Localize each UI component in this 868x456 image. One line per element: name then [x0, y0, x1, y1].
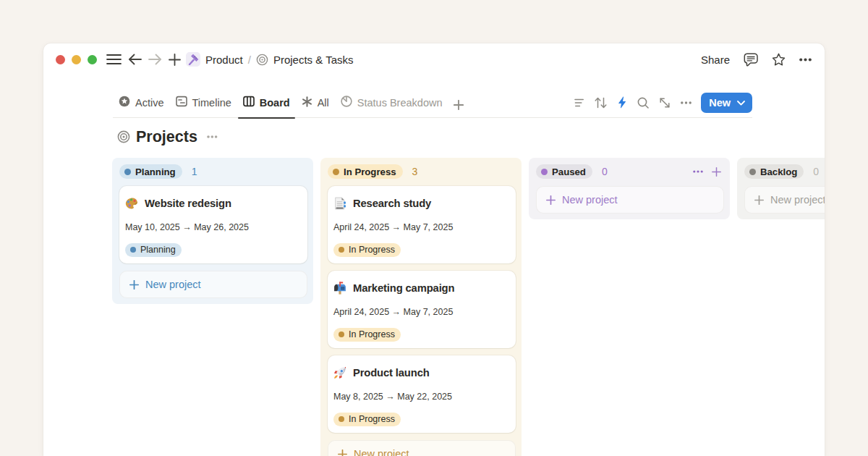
tab-label: Timeline: [192, 97, 231, 109]
sort-icon[interactable]: [595, 96, 607, 109]
new-project-button[interactable]: New project: [328, 440, 516, 456]
mailbox-emoji: [333, 282, 346, 295]
board-column-backlog: Backlog 0 New project: [737, 158, 825, 219]
card-status-label: In Progress: [349, 245, 395, 255]
column-more-icon[interactable]: [693, 170, 703, 173]
product-team-logo[interactable]: [186, 52, 200, 67]
page-header: Projects: [117, 126, 825, 148]
breadcrumb-page[interactable]: Projects & Tasks: [273, 54, 354, 66]
plus-icon: [338, 449, 347, 456]
tab-label: Board: [260, 97, 290, 109]
card-title: Research study: [353, 198, 431, 209]
status-dot: [339, 332, 344, 337]
card-status-row: In Progress: [333, 327, 509, 342]
column-status-pill[interactable]: Paused: [536, 164, 592, 179]
new-project-label: New project: [145, 279, 201, 290]
project-card[interactable]: Research study April 24, 2025 → May 7, 2…: [328, 186, 516, 263]
search-icon[interactable]: [637, 96, 650, 109]
asterisk-icon: [302, 96, 312, 109]
chevron-down-icon[interactable]: [734, 100, 752, 106]
card-title: Marketing campaign: [353, 282, 454, 294]
tab-board[interactable]: Board: [237, 92, 296, 118]
card-status-label: Planning: [140, 245, 176, 255]
tab-active[interactable]: Active: [113, 92, 170, 118]
minimize-window-button[interactable]: [72, 55, 81, 64]
new-project-label: New project: [354, 448, 409, 456]
new-button[interactable]: New: [701, 93, 752, 113]
column-add-icon[interactable]: [712, 167, 721, 177]
card-title: Product launch: [353, 367, 430, 379]
window-controls: [56, 55, 97, 64]
back-icon[interactable]: [128, 54, 142, 65]
projects-target-icon: [117, 130, 130, 143]
column-header: Backlog 0: [744, 164, 825, 179]
column-header: Planning 1: [119, 164, 307, 179]
column-name: Planning: [135, 166, 176, 177]
tab-timeline[interactable]: Timeline: [170, 92, 237, 118]
palette-emoji: [125, 197, 138, 210]
column-name: Backlog: [760, 166, 797, 177]
new-project-button[interactable]: New project: [536, 186, 724, 214]
card-dates: April 24, 2025 → May 7, 2025: [333, 222, 509, 232]
view-tabs: ActiveTimelineBoardAllStatus Breakdown: [113, 92, 468, 118]
card-title-row: Product launch: [333, 366, 509, 379]
forward-icon[interactable]: [148, 54, 162, 65]
sidebar-menu-icon[interactable]: [106, 54, 122, 65]
column-name: Paused: [552, 166, 586, 177]
document-emoji: [333, 197, 346, 210]
rocket-emoji: [333, 366, 346, 379]
comments-icon[interactable]: [744, 53, 758, 67]
project-card[interactable]: Marketing campaign April 24, 2025 → May …: [328, 271, 516, 348]
plus-icon: [129, 280, 139, 290]
card-status-row: In Progress: [333, 242, 509, 257]
breadcrumb-team[interactable]: Product: [205, 54, 243, 66]
more-icon[interactable]: [799, 58, 812, 62]
column-status-pill[interactable]: In Progress: [328, 164, 403, 179]
more-icon[interactable]: [680, 96, 692, 109]
status-dot: [124, 169, 131, 175]
tab-label: All: [318, 97, 329, 109]
tab-all[interactable]: All: [296, 92, 335, 118]
status-dot: [333, 169, 339, 175]
card-status-label: In Progress: [349, 329, 395, 339]
status-dot: [541, 169, 548, 175]
card-dates: April 24, 2025 → May 7, 2025: [333, 307, 509, 317]
timeline-icon: [176, 96, 187, 109]
project-card[interactable]: Product launch May 8, 2025 → May 22, 202…: [328, 355, 516, 433]
column-status-pill[interactable]: Backlog: [744, 164, 804, 179]
share-button[interactable]: Share: [701, 54, 730, 66]
card-status-badge[interactable]: In Progress: [333, 328, 401, 342]
plus-icon: [754, 195, 764, 205]
bolt-icon[interactable]: [616, 96, 628, 109]
favorite-star-icon[interactable]: [772, 53, 786, 67]
new-project-button[interactable]: New project: [744, 186, 825, 214]
plus-icon: [546, 195, 556, 205]
card-status-label: In Progress: [349, 414, 395, 424]
column-status-pill[interactable]: Planning: [119, 164, 182, 179]
app-window: Product / Projects & Tasks Share ActiveT…: [43, 43, 825, 456]
board-column-planning: Planning 1 Website redesign May 10, 2025…: [112, 158, 313, 304]
card-status-badge[interactable]: Planning: [125, 243, 182, 257]
tab-status-breakdown[interactable]: Status Breakdown: [335, 92, 448, 118]
card-status-badge[interactable]: In Progress: [333, 413, 401, 426]
column-count: 3: [412, 166, 418, 177]
new-project-label: New project: [770, 194, 825, 206]
titlebar-actions: Share: [701, 53, 812, 67]
zoom-window-button[interactable]: [88, 55, 97, 64]
tab-label: Active: [135, 97, 164, 109]
add-view-button[interactable]: [448, 92, 468, 118]
view-controls: New: [573, 93, 752, 113]
expand-icon[interactable]: [658, 96, 671, 109]
view-toolbar: ActiveTimelineBoardAllStatus Breakdown N…: [113, 92, 752, 118]
status-dot: [339, 416, 344, 422]
filter-icon[interactable]: [573, 96, 585, 109]
card-status-badge[interactable]: In Progress: [333, 243, 401, 257]
new-project-button[interactable]: New project: [119, 271, 307, 298]
close-window-button[interactable]: [56, 55, 65, 64]
board-column-in-progress: In Progress 3 Research study April 24, 2…: [320, 158, 522, 456]
project-card[interactable]: Website redesign May 10, 2025 → May 26, …: [119, 186, 307, 263]
page-title: Projects: [136, 128, 197, 146]
page-more-icon[interactable]: [207, 135, 218, 138]
new-page-plus-icon[interactable]: [169, 54, 181, 66]
card-status-row: Planning: [125, 242, 300, 257]
